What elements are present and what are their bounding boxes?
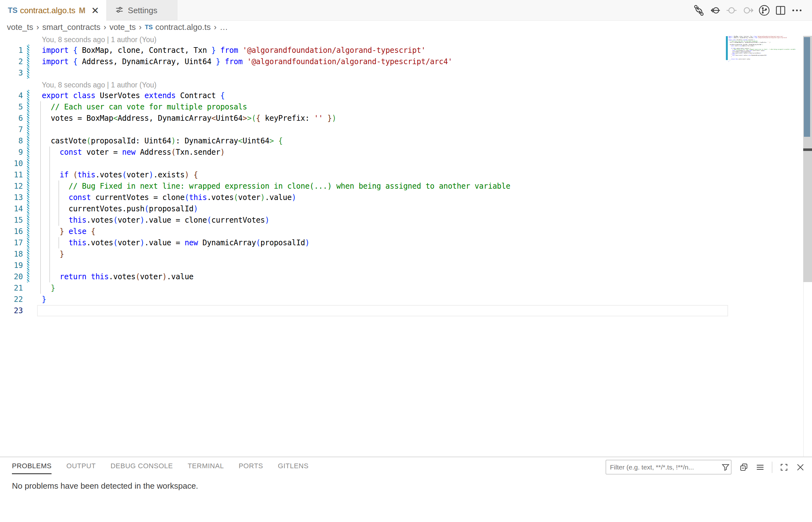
code-line[interactable]: 9 const voter = new Address(Txn.sender): [0, 146, 729, 158]
code-line[interactable]: 11 if (this.votes(voter).exists) {: [0, 169, 729, 181]
code-line[interactable]: 6 votes = BoxMap<Address, DynamicArray<U…: [0, 113, 729, 124]
code-line[interactable]: 10: [0, 158, 729, 169]
more-actions-icon[interactable]: [791, 4, 803, 17]
code-line[interactable]: 7: [0, 124, 729, 135]
code-line[interactable]: 21 }: [0, 282, 729, 294]
code-line[interactable]: 15 this.votes(voter).value = clone(curre…: [0, 215, 729, 226]
git-added-gutter-indicator[interactable]: [27, 146, 29, 158]
panel-tab-ports[interactable]: PORTS: [238, 457, 263, 475]
code-line[interactable]: 17 this.votes(voter).value = new Dynamic…: [0, 237, 729, 248]
views-icon[interactable]: [738, 462, 749, 473]
git-added-gutter-indicator[interactable]: [27, 113, 29, 124]
close-icon[interactable]: ✕: [90, 5, 100, 16]
git-added-gutter-indicator[interactable]: [27, 45, 29, 56]
git-added-gutter-indicator[interactable]: [27, 226, 29, 237]
panel-tab-debug-console[interactable]: DEBUG CONSOLE: [111, 457, 173, 475]
previous-change-icon[interactable]: [725, 4, 738, 17]
view-as-list-icon[interactable]: [755, 462, 766, 473]
minimap-changes-bar: [726, 36, 728, 60]
breadcrumb-item[interactable]: contract.algo.ts: [155, 22, 211, 32]
line-number: 16: [0, 226, 23, 237]
maximize-panel-icon[interactable]: [779, 462, 789, 473]
code-line[interactable]: 22}: [0, 294, 729, 305]
git-added-gutter-indicator[interactable]: [27, 169, 29, 181]
line-number: 17: [0, 237, 23, 248]
breadcrumb-chevron-icon: ›: [139, 22, 142, 32]
minimap-line: [728, 62, 796, 63]
git-added-gutter-indicator[interactable]: [27, 124, 29, 135]
code-line[interactable]: 23: [0, 305, 729, 316]
breadcrumb-item[interactable]: vote_ts: [109, 22, 136, 32]
code-line[interactable]: 1import { BoxMap, clone, Contract, Txn }…: [0, 45, 729, 56]
codelens-annotation[interactable]: You, 8 seconds ago | 1 author (You): [0, 33, 729, 45]
problems-message: No problems have been detected in the wo…: [0, 481, 812, 491]
panel-actions: [738, 460, 806, 475]
code-line[interactable]: 16 } else {: [0, 226, 729, 237]
line-number: 19: [0, 260, 23, 271]
git-added-gutter-indicator[interactable]: [27, 135, 29, 146]
open-previous-revision-icon[interactable]: [709, 4, 722, 17]
tab-title: Settings: [128, 6, 158, 15]
git-added-gutter-indicator[interactable]: [27, 237, 29, 248]
line-number: 21: [0, 282, 23, 294]
panel-tab-terminal[interactable]: TERMINAL: [188, 457, 224, 475]
code-text: export class UserVotes extends Contract …: [42, 90, 225, 101]
code-line[interactable]: 8 castVote(proposalId: Uint64): DynamicA…: [0, 135, 729, 146]
problems-filter-input[interactable]: [606, 463, 720, 471]
panel-tab-output[interactable]: OUTPUT: [66, 457, 96, 475]
code-line[interactable]: 5 // Each user can vote for multiple pro…: [0, 101, 729, 113]
code-line[interactable]: 3: [0, 67, 729, 79]
tab-contract-algo-ts[interactable]: TS contract.algo.ts M ✕: [0, 0, 106, 21]
code-line[interactable]: 20 return this.votes(voter).value: [0, 271, 729, 282]
codelens-annotation[interactable]: You, 8 seconds ago | 1 author (You): [0, 79, 729, 90]
tab-title: contract.algo.ts: [20, 6, 76, 15]
code-text: import { Address, DynamicArray, Uint64 }…: [42, 56, 452, 67]
git-added-gutter-indicator[interactable]: [27, 260, 29, 271]
line-number: 2: [0, 56, 23, 67]
split-editor-icon[interactable]: [774, 4, 787, 17]
minimap[interactable]: import { BoxMap, clone, Contract, Txn } …: [728, 36, 796, 63]
panel-tab-problems[interactable]: PROBLEMS: [12, 457, 51, 475]
code-text: if (this.votes(voter).exists) {: [42, 169, 198, 181]
git-added-gutter-indicator[interactable]: [27, 271, 29, 282]
open-commit-graph-icon[interactable]: [758, 4, 771, 17]
codelens-label[interactable]: You, 8 seconds ago | 1 author (You): [42, 81, 157, 89]
code-line[interactable]: 18 }: [0, 248, 729, 260]
git-added-gutter-indicator[interactable]: [27, 101, 29, 113]
line-number: 23: [0, 305, 23, 316]
problems-filter-box[interactable]: [606, 460, 732, 475]
code-editor[interactable]: You, 8 seconds ago | 1 author (You)1impo…: [0, 33, 812, 457]
git-added-gutter-indicator[interactable]: [27, 158, 29, 169]
close-panel-icon[interactable]: [795, 462, 806, 473]
tab-settings[interactable]: Settings: [106, 0, 178, 21]
breadcrumb-symbol-ellipsis[interactable]: …: [220, 22, 228, 32]
git-added-gutter-indicator[interactable]: [27, 215, 29, 226]
line-number: 12: [0, 181, 23, 192]
code-text: }: [42, 294, 46, 305]
breadcrumb: vote_ts›smart_contracts›vote_ts›TScontra…: [0, 21, 812, 33]
indent-guide: [40, 101, 41, 294]
code-line[interactable]: 13 const currentVotes = clone(this.votes…: [0, 192, 729, 203]
git-added-gutter-indicator[interactable]: [27, 56, 29, 67]
code-line[interactable]: 2import { Address, DynamicArray, Uint64 …: [0, 56, 729, 67]
git-added-gutter-indicator[interactable]: [27, 181, 29, 192]
panel-tab-gitlens[interactable]: GITLENS: [278, 457, 309, 475]
bottom-panel: PROBLEMSOUTPUTDEBUG CONSOLETERMINALPORTS…: [0, 457, 812, 522]
open-changes-icon[interactable]: [693, 4, 705, 17]
codelens-label[interactable]: You, 8 seconds ago | 1 author (You): [42, 36, 157, 44]
breadcrumb-item[interactable]: smart_contracts: [42, 22, 101, 32]
git-added-gutter-indicator[interactable]: [27, 90, 29, 101]
line-number: 11: [0, 169, 23, 181]
code-line[interactable]: 12 // Bug Fixed in next line: wrapped ex…: [0, 181, 729, 192]
indent-guide: [49, 146, 50, 282]
git-added-gutter-indicator[interactable]: [27, 203, 29, 215]
git-added-gutter-indicator[interactable]: [27, 67, 29, 79]
line-number: 6: [0, 113, 23, 124]
breadcrumb-item[interactable]: vote_ts: [7, 22, 33, 32]
git-added-gutter-indicator[interactable]: [27, 192, 29, 203]
code-line[interactable]: 4export class UserVotes extends Contract…: [0, 90, 729, 101]
code-line[interactable]: 19: [0, 260, 729, 271]
next-change-icon[interactable]: [742, 4, 754, 17]
git-added-gutter-indicator[interactable]: [27, 248, 29, 260]
code-line[interactable]: 14 currentVotes.push(proposalId): [0, 203, 729, 215]
